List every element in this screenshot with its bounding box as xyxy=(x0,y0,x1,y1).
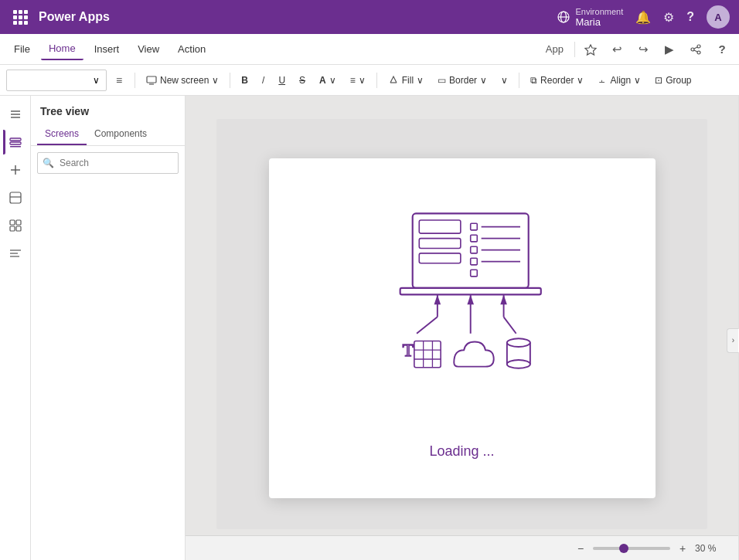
help-bar-icon[interactable]: ? xyxy=(711,39,733,60)
font-color-chevron: ∨ xyxy=(329,75,336,86)
svg-rect-40 xyxy=(470,270,477,277)
menu-action[interactable]: Action xyxy=(170,39,213,59)
menu-right-actions: App ↩ ↪ ▶ ? xyxy=(540,39,733,60)
bold-button[interactable]: B xyxy=(235,72,254,89)
reorder-button[interactable]: ⧉ Reorder ∨ xyxy=(524,72,590,89)
svg-text:T: T xyxy=(402,339,413,359)
menu-bar: File Home Insert View Action App ↩ ↪ ▶ ? xyxy=(0,34,739,65)
environment-info: Environment Maria xyxy=(575,7,623,28)
svg-point-4 xyxy=(691,48,694,51)
font-color-icon: A xyxy=(319,75,326,86)
underline-button[interactable]: U xyxy=(272,72,291,89)
bold-icon: B xyxy=(241,75,248,86)
toolbar: ∨ ≡ New screen ∨ B / U S A ∨ ≡ ∨ Fill ∨ … xyxy=(0,65,739,96)
screen-icon xyxy=(146,75,157,86)
toolbar-divider-1 xyxy=(135,73,135,88)
font-color-button[interactable]: A ∨ xyxy=(313,72,342,89)
play-icon[interactable]: ▶ xyxy=(659,39,680,60)
svg-point-56 xyxy=(506,338,530,347)
menu-view[interactable]: View xyxy=(130,39,167,59)
environment-block[interactable]: Environment Maria xyxy=(557,7,623,28)
group-button[interactable]: ⊡ Group xyxy=(649,72,697,89)
hamburger-button[interactable]: ≡ xyxy=(108,70,130,91)
svg-rect-38 xyxy=(470,258,477,265)
new-screen-chevron: ∨ xyxy=(212,75,219,86)
border-label: Border xyxy=(449,75,477,86)
gear-icon[interactable]: ⚙ xyxy=(663,10,674,25)
redo-icon[interactable]: ↪ xyxy=(632,39,654,60)
strikethrough-button[interactable]: S xyxy=(293,72,312,89)
app-label: App xyxy=(540,43,570,55)
svg-rect-31 xyxy=(419,253,461,263)
sidebar-variables-icon[interactable] xyxy=(3,241,28,266)
fill-icon xyxy=(388,75,399,86)
bell-icon[interactable]: 🔔 xyxy=(635,10,651,25)
menu-insert[interactable]: Insert xyxy=(87,39,128,59)
tab-components[interactable]: Components xyxy=(87,124,155,145)
align-chevron: ∨ xyxy=(634,75,641,86)
icon-sidebar xyxy=(0,96,31,560)
border-chevron: ∨ xyxy=(480,75,487,86)
globe-icon xyxy=(557,10,570,24)
fill-button[interactable]: Fill ∨ xyxy=(382,72,430,89)
tree-tabs: Screens Components xyxy=(31,124,185,146)
fill-label: Fill xyxy=(402,75,414,86)
env-name: Maria xyxy=(575,16,623,28)
avatar[interactable]: A xyxy=(707,5,730,29)
svg-line-7 xyxy=(694,50,697,52)
chevron-down-icon: ∨ xyxy=(93,75,100,86)
svg-rect-14 xyxy=(10,138,21,141)
italic-button[interactable]: / xyxy=(256,72,271,89)
align-button[interactable]: ⫠ Align ∨ xyxy=(591,72,647,89)
svg-marker-49 xyxy=(500,294,507,304)
svg-rect-16 xyxy=(10,146,21,148)
svg-point-5 xyxy=(697,51,700,54)
svg-point-59 xyxy=(506,360,530,368)
loading-overlay: T xyxy=(186,96,738,560)
sidebar-hamburger-icon[interactable] xyxy=(3,102,28,127)
reorder-chevron: ∨ xyxy=(577,75,584,86)
svg-rect-41 xyxy=(400,287,540,294)
screen-dropdown[interactable]: ∨ xyxy=(6,70,107,91)
border-button[interactable]: ▭ Border ∨ xyxy=(431,72,493,89)
help-icon[interactable]: ? xyxy=(686,10,694,24)
italic-icon: / xyxy=(262,75,264,86)
sidebar-layers-icon[interactable] xyxy=(3,130,28,154)
svg-rect-8 xyxy=(147,76,156,83)
align-label: Align xyxy=(610,75,631,86)
main-layout: Tree view Screens Components 🔍 xyxy=(0,96,739,560)
text-align-chevron: ∨ xyxy=(359,75,366,86)
strikethrough-icon: S xyxy=(299,75,305,86)
new-screen-button[interactable]: New screen ∨ xyxy=(140,72,225,89)
svg-marker-48 xyxy=(467,294,474,304)
svg-point-3 xyxy=(697,45,700,48)
menu-file[interactable]: File xyxy=(6,39,38,59)
loading-card: T xyxy=(269,158,656,498)
share-icon[interactable] xyxy=(685,39,707,60)
tree-panel: Tree view Screens Components 🔍 xyxy=(31,96,186,560)
svg-line-46 xyxy=(503,317,516,333)
search-input[interactable] xyxy=(37,152,179,174)
svg-rect-24 xyxy=(16,226,21,231)
sidebar-database-icon[interactable] xyxy=(3,185,28,210)
menu-home[interactable]: Home xyxy=(41,38,83,60)
app-title: Power Apps xyxy=(39,10,557,24)
reorder-icon: ⧉ xyxy=(530,75,537,86)
health-check-icon[interactable] xyxy=(580,39,601,60)
text-align-icon: ≡ xyxy=(350,75,356,86)
sidebar-add-icon[interactable] xyxy=(3,158,28,182)
text-align-button[interactable]: ≡ ∨ xyxy=(344,72,372,89)
sidebar-components-icon[interactable] xyxy=(3,213,28,238)
toolbar-divider-4 xyxy=(519,73,519,88)
svg-rect-34 xyxy=(470,235,477,242)
svg-rect-30 xyxy=(419,238,461,248)
fill-chevron: ∨ xyxy=(417,75,424,86)
waffle-icon[interactable] xyxy=(9,6,31,28)
undo-icon[interactable]: ↩ xyxy=(606,39,628,60)
dropdown-more-button[interactable]: ∨ xyxy=(495,72,514,89)
svg-rect-36 xyxy=(470,246,477,253)
tab-screens[interactable]: Screens xyxy=(37,124,87,145)
svg-rect-29 xyxy=(419,220,461,233)
group-icon: ⊡ xyxy=(655,75,662,86)
svg-marker-47 xyxy=(434,294,441,304)
